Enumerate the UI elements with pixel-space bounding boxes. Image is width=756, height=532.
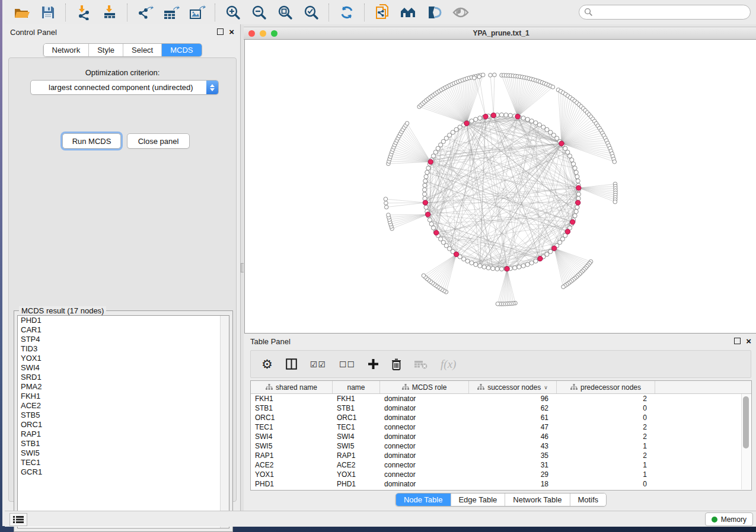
cell-name[interactable]: FKH1 <box>333 395 380 403</box>
cell-shared_name[interactable]: SWI4 <box>251 432 333 441</box>
mcds-result-item[interactable]: PMA2 <box>18 382 229 392</box>
cell-name[interactable]: SWI5 <box>333 442 380 450</box>
table-row[interactable]: STB1STB1dominator620 <box>251 403 751 413</box>
cell-shared_name[interactable]: FKH1 <box>251 395 333 403</box>
cell-name[interactable]: SWI4 <box>333 432 380 441</box>
network-node[interactable] <box>486 266 490 270</box>
network-satellite-node[interactable] <box>477 75 481 79</box>
network-satellite-node[interactable] <box>481 73 485 77</box>
cell-name[interactable]: YOX1 <box>333 470 380 479</box>
network-node[interactable] <box>537 123 541 127</box>
network-node[interactable] <box>428 218 432 222</box>
cell-mcds_role[interactable]: dominator <box>380 451 469 460</box>
table-row[interactable]: SWI4SWI4dominator462 <box>251 432 751 441</box>
column-header-shared-name[interactable]: shared name <box>251 381 333 393</box>
cell-name[interactable]: STB1 <box>333 404 380 412</box>
network-satellite-node[interactable] <box>496 302 500 306</box>
network-node[interactable] <box>462 257 466 261</box>
mcds-result-item[interactable]: ORC1 <box>18 420 229 430</box>
create-column-icon[interactable] <box>368 359 378 369</box>
cell-name[interactable]: ACE2 <box>333 461 380 469</box>
table-row[interactable]: SWI5SWI5connector431 <box>251 441 751 451</box>
float-panel-icon[interactable] <box>217 28 224 35</box>
zoom-fit-icon[interactable] <box>276 4 294 21</box>
mcds-result-item[interactable]: FKH1 <box>18 392 229 401</box>
mcds-result-item[interactable]: SWI4 <box>18 363 229 373</box>
network-node[interactable] <box>499 113 503 117</box>
tab-network-table[interactable]: Network Table <box>505 493 570 506</box>
network-node[interactable] <box>525 117 529 121</box>
network-node[interactable] <box>478 264 482 268</box>
network-node[interactable] <box>517 265 521 269</box>
network-hub-node[interactable] <box>559 141 564 146</box>
cell-shared_name[interactable]: RAP1 <box>251 451 333 460</box>
cell-predecessor_nodes[interactable]: 1 <box>557 461 655 469</box>
network-node[interactable] <box>458 125 462 129</box>
mcds-result-item[interactable]: SWI5 <box>18 448 229 458</box>
network-node[interactable] <box>534 121 538 125</box>
delete-columns-icon[interactable] <box>391 358 401 370</box>
network-satellite-node[interactable] <box>613 160 617 164</box>
zoom-out-icon[interactable] <box>250 4 268 21</box>
network-node[interactable] <box>566 150 570 154</box>
network-node[interactable] <box>525 262 529 267</box>
select-all-columns-icon[interactable]: ☑☑ <box>310 360 326 369</box>
network-node[interactable] <box>423 192 427 196</box>
network-node[interactable] <box>575 205 579 209</box>
network-node[interactable] <box>576 179 580 183</box>
network-node[interactable] <box>521 264 525 268</box>
cell-successor_nodes[interactable]: 47 <box>469 423 557 431</box>
new-network-from-file-icon[interactable] <box>374 4 391 21</box>
cell-successor_nodes[interactable]: 31 <box>469 461 557 469</box>
cell-name[interactable]: RAP1 <box>333 451 380 460</box>
network-node[interactable] <box>573 166 577 170</box>
cell-successor_nodes[interactable]: 96 <box>469 395 557 403</box>
network-node[interactable] <box>495 267 499 271</box>
cell-shared_name[interactable]: ACE2 <box>251 461 333 469</box>
network-node[interactable] <box>504 113 508 117</box>
network-node[interactable] <box>572 162 576 166</box>
network-hub-node[interactable] <box>576 185 581 190</box>
search-box[interactable] <box>579 5 751 20</box>
export-table-icon[interactable] <box>162 4 180 21</box>
column-header-MCDS-role[interactable]: MCDS role <box>380 381 469 393</box>
column-header-name[interactable]: name <box>333 381 380 393</box>
mcds-result-item[interactable]: SRD1 <box>18 373 229 382</box>
mcds-result-item[interactable]: STP4 <box>18 335 229 344</box>
cell-mcds_role[interactable]: dominator <box>380 432 469 441</box>
network-hub-node[interactable] <box>552 246 557 251</box>
network-node[interactable] <box>576 192 580 196</box>
table-row[interactable]: YOX1YOX1connector291 <box>251 470 751 479</box>
network-node[interactable] <box>470 261 474 265</box>
mcds-result-item[interactable]: PHD1 <box>18 316 229 325</box>
network-hub-node[interactable] <box>538 256 543 261</box>
table-row[interactable]: PHD1PHD1dominator180 <box>251 479 751 489</box>
cell-name[interactable]: PHD1 <box>333 480 380 488</box>
cell-shared_name[interactable]: ORC1 <box>251 414 333 422</box>
network-hub-node[interactable] <box>491 113 496 118</box>
network-satellite-node[interactable] <box>422 274 426 278</box>
network-node[interactable] <box>465 259 470 263</box>
network-node[interactable] <box>491 267 495 271</box>
network-satellite-node[interactable] <box>551 85 555 89</box>
table-row[interactable]: ORC1ORC1dominator610 <box>251 413 751 422</box>
cell-mcds_role[interactable]: dominator <box>380 480 469 488</box>
network-satellite-node[interactable] <box>613 200 617 204</box>
close-table-panel-icon[interactable]: × <box>746 338 751 344</box>
memory-button[interactable]: Memory <box>705 512 753 526</box>
cell-shared_name[interactable]: STB1 <box>251 404 333 412</box>
zoom-in-icon[interactable] <box>224 4 242 21</box>
cell-successor_nodes[interactable]: 35 <box>469 451 557 460</box>
mcds-result-item[interactable]: CAR1 <box>18 325 229 335</box>
cell-predecessor_nodes[interactable]: 0 <box>557 480 655 488</box>
import-table-icon[interactable] <box>101 4 119 21</box>
mcds-result-item[interactable]: TEC1 <box>18 458 229 467</box>
cell-predecessor_nodes[interactable]: 0 <box>557 404 655 412</box>
network-node[interactable] <box>508 113 512 117</box>
cell-mcds_role[interactable]: dominator <box>380 414 469 422</box>
tab-node-table[interactable]: Node Table <box>396 493 451 506</box>
tab-select[interactable]: Select <box>123 44 162 56</box>
cell-successor_nodes[interactable]: 62 <box>469 404 557 412</box>
network-node[interactable] <box>474 262 478 267</box>
network-hub-node[interactable] <box>565 229 570 234</box>
